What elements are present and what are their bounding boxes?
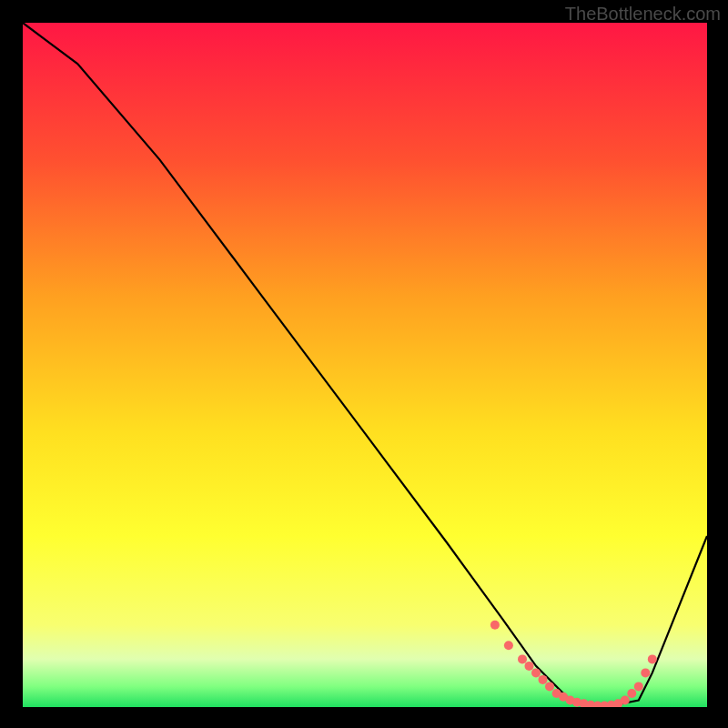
data-point: [621, 696, 630, 705]
data-point: [545, 682, 554, 691]
data-point: [518, 654, 527, 663]
data-point: [539, 675, 548, 684]
data-point: [525, 662, 534, 671]
data-point: [531, 668, 541, 677]
data-point: [648, 654, 657, 663]
data-point: [627, 689, 636, 698]
chart-svg: [23, 23, 707, 707]
watermark-text: TheBottleneck.com: [565, 4, 721, 25]
data-point: [504, 641, 513, 650]
data-point: [641, 668, 650, 677]
chart-area: [23, 23, 707, 707]
data-point: [634, 682, 643, 691]
data-point: [490, 621, 500, 630]
gradient-background: [23, 23, 707, 707]
